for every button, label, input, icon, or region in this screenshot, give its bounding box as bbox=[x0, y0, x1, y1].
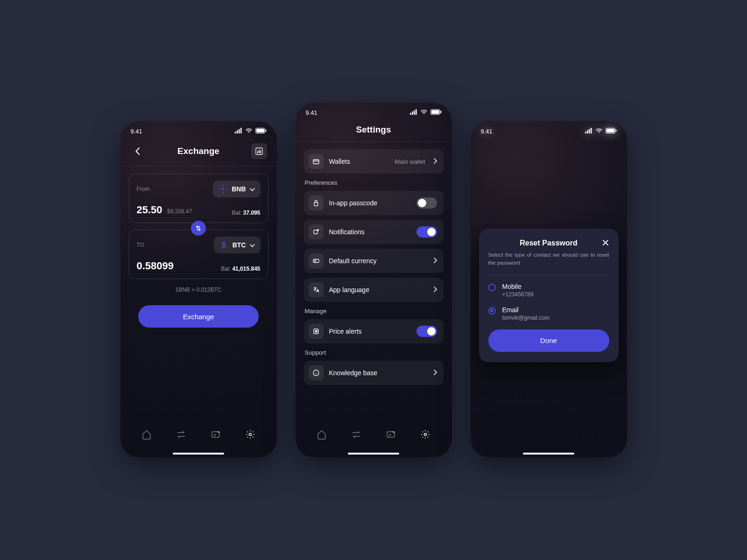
tab-home[interactable] bbox=[315, 428, 328, 441]
done-button[interactable]: Done bbox=[488, 329, 609, 352]
tab-exchange[interactable] bbox=[175, 428, 188, 441]
settings-title: Settings bbox=[356, 125, 391, 135]
chevron-right-icon bbox=[434, 257, 437, 265]
home-indicator[interactable] bbox=[523, 453, 574, 455]
svg-rect-13 bbox=[219, 188, 220, 190]
currency-row[interactable]: Default currency bbox=[304, 249, 444, 273]
email-label: Email bbox=[502, 306, 550, 314]
svg-rect-11 bbox=[222, 185, 224, 186]
manage-section: Manage bbox=[305, 308, 444, 315]
tab-home[interactable] bbox=[140, 428, 153, 441]
alerts-icon bbox=[309, 324, 324, 339]
info-icon bbox=[309, 365, 324, 380]
svg-rect-46 bbox=[589, 129, 590, 134]
to-coin-select[interactable]: ₿ BTC bbox=[214, 237, 261, 253]
notifications-toggle[interactable] bbox=[416, 226, 437, 238]
alerts-label: Price alerts bbox=[329, 328, 411, 335]
svg-rect-50 bbox=[615, 130, 616, 132]
exchange-button[interactable]: Exchange bbox=[138, 305, 258, 328]
settings-header: Settings bbox=[296, 116, 452, 142]
lock-icon bbox=[309, 196, 324, 210]
close-button[interactable] bbox=[602, 239, 609, 248]
notifications-label: Notifications bbox=[329, 228, 411, 236]
tab-exchange[interactable] bbox=[350, 428, 363, 441]
passcode-toggle[interactable] bbox=[416, 197, 437, 209]
bnb-icon bbox=[218, 184, 228, 194]
passcode-row[interactable]: In-app passcode bbox=[304, 191, 444, 215]
status-time: 9.41 bbox=[131, 128, 142, 135]
chevron-down-icon bbox=[250, 241, 255, 249]
support-section: Support bbox=[305, 349, 444, 356]
swap-direction-button[interactable] bbox=[191, 221, 206, 236]
email-value: tomvik@gmail.com bbox=[502, 315, 550, 321]
from-card: From BNB 25.50 $9,338.47 Bal: 37.095 bbox=[129, 174, 268, 223]
status-time: 9.41 bbox=[481, 128, 493, 135]
divider bbox=[488, 275, 609, 275]
svg-rect-30 bbox=[313, 259, 319, 263]
mobile-label: Mobile bbox=[502, 283, 534, 290]
svg-rect-15 bbox=[222, 188, 225, 190]
from-usd: $9,338.47 bbox=[167, 208, 192, 215]
radio-email[interactable] bbox=[488, 307, 496, 315]
svg-rect-1 bbox=[237, 130, 238, 133]
passcode-label: In-app passcode bbox=[329, 199, 411, 207]
status-bar: 9.41 bbox=[120, 121, 277, 135]
home-indicator[interactable] bbox=[173, 453, 224, 455]
tab-card[interactable] bbox=[209, 428, 222, 441]
svg-rect-28 bbox=[314, 230, 317, 234]
modal-subtitle: Select the type of contact we should use… bbox=[488, 251, 609, 267]
wifi-icon bbox=[245, 128, 253, 135]
home-indicator[interactable] bbox=[348, 453, 399, 455]
notification-icon bbox=[309, 224, 324, 239]
currency-icon bbox=[309, 253, 324, 268]
alerts-row[interactable]: Price alerts bbox=[304, 319, 444, 343]
svg-rect-25 bbox=[440, 111, 441, 113]
tab-settings[interactable] bbox=[419, 428, 432, 441]
tab-card[interactable] bbox=[384, 428, 397, 441]
mobile-value: +123456789 bbox=[502, 291, 534, 298]
battery-icon bbox=[606, 128, 617, 135]
reset-password-modal: Reset Password Select the type of contac… bbox=[479, 229, 619, 362]
svg-point-31 bbox=[314, 260, 316, 262]
alerts-toggle[interactable] bbox=[416, 326, 437, 337]
exchange-screen: 9.41 Exchange From BNB bbox=[120, 121, 277, 457]
svg-rect-44 bbox=[585, 132, 586, 133]
kb-row[interactable]: Knowledge base bbox=[304, 361, 444, 385]
svg-rect-8 bbox=[257, 151, 258, 153]
svg-rect-0 bbox=[235, 132, 236, 133]
radio-mobile[interactable] bbox=[488, 284, 496, 291]
svg-rect-22 bbox=[416, 109, 417, 115]
svg-rect-9 bbox=[259, 150, 260, 153]
chart-button[interactable] bbox=[251, 143, 267, 159]
svg-point-18 bbox=[249, 434, 251, 436]
language-row[interactable]: App language bbox=[304, 278, 444, 302]
wallet-icon bbox=[309, 154, 324, 169]
status-bar: 9.41 bbox=[471, 121, 627, 135]
svg-rect-6 bbox=[265, 130, 266, 132]
notifications-row[interactable]: Notifications bbox=[304, 220, 444, 244]
from-amount[interactable]: 25.50 bbox=[137, 204, 162, 216]
from-coin-select[interactable]: BNB bbox=[213, 181, 260, 197]
to-coin-label: BTC bbox=[233, 241, 246, 249]
to-card: TO ₿ BTC 0.58099 Bal: 41,015.845 bbox=[129, 230, 268, 279]
status-bar: 9.41 bbox=[296, 103, 452, 116]
exchange-title: Exchange bbox=[177, 146, 219, 156]
chevron-down-icon bbox=[250, 185, 255, 193]
option-mobile[interactable]: Mobile +123456789 bbox=[488, 283, 609, 298]
to-amount: 0.58099 bbox=[137, 260, 174, 272]
wallets-value: Main wallet bbox=[395, 158, 425, 165]
language-icon bbox=[309, 282, 324, 297]
tab-settings[interactable] bbox=[244, 428, 257, 441]
wallets-label: Wallets bbox=[329, 158, 389, 165]
battery-icon bbox=[430, 109, 442, 116]
option-email[interactable]: Email tomvik@gmail.com bbox=[488, 306, 609, 321]
reset-password-screen: 9.41 9.41 Reset Password Select the type… bbox=[471, 121, 627, 457]
svg-point-36 bbox=[424, 434, 426, 436]
svg-rect-2 bbox=[239, 129, 240, 134]
btc-icon: ₿ bbox=[219, 240, 229, 250]
wallets-row[interactable]: Wallets Main wallet bbox=[304, 149, 444, 174]
back-button[interactable] bbox=[130, 143, 146, 159]
kb-label: Knowledge base bbox=[329, 369, 425, 377]
modal-title: Reset Password bbox=[520, 239, 578, 247]
preferences-section: Preferences bbox=[305, 179, 444, 186]
